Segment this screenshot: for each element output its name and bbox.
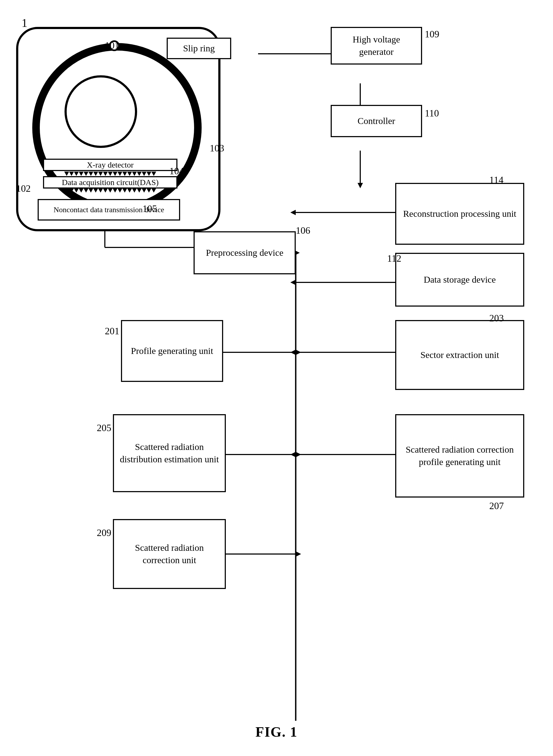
- tooth: [69, 188, 74, 193]
- scattered-radiation-correction-unit-label: Scattered radiation correction unit: [120, 542, 219, 566]
- ref-203: 203: [489, 312, 504, 324]
- tooth: [98, 171, 103, 176]
- tooth: [69, 171, 74, 176]
- tooth: [79, 188, 84, 193]
- svg-marker-11: [290, 280, 296, 285]
- reconstruction-processing-unit-label: Reconstruction processing unit: [403, 208, 516, 220]
- tooth: [151, 188, 156, 193]
- svg-marker-8: [290, 210, 296, 215]
- ref-101: 101: [105, 40, 120, 51]
- ref-201: 201: [105, 325, 120, 337]
- tooth: [122, 188, 127, 193]
- high-voltage-generator-label: High voltage generator: [337, 33, 416, 58]
- tooth: [64, 188, 69, 193]
- svg-marker-26: [296, 452, 301, 457]
- slip-ring-box: Slip ring: [167, 37, 231, 59]
- preprocessing-device-label: Preprocessing device: [206, 247, 283, 259]
- scattered-radiation-correction-profile-generating-unit-label: Scattered radiation correction profile g…: [402, 444, 518, 468]
- ref-106: 106: [296, 225, 310, 236]
- tooth: [127, 171, 132, 176]
- tooth: [98, 188, 103, 193]
- das-bar: Data acquisition circuit(DAS): [43, 176, 177, 188]
- tooth: [142, 188, 147, 193]
- svg-marker-32: [296, 551, 301, 557]
- xray-detector-bar: X-ray detector: [43, 159, 177, 171]
- ref-105: 105: [143, 203, 157, 214]
- data-storage-device-label: Data storage device: [424, 274, 496, 286]
- ref-110: 110: [425, 107, 439, 119]
- inner-bore: [65, 75, 137, 148]
- ref-205: 205: [97, 422, 111, 434]
- tooth: [137, 171, 142, 176]
- data-storage-device-box: Data storage device: [395, 253, 524, 307]
- tooth: [84, 188, 88, 193]
- ref-104: 104: [169, 165, 184, 177]
- ref-207: 207: [489, 500, 504, 512]
- tooth: [79, 171, 84, 176]
- tooth: [103, 188, 108, 193]
- teeth-bottom: [43, 188, 177, 193]
- controller-label: Controller: [358, 115, 395, 127]
- tooth: [74, 171, 79, 176]
- profile-generating-unit-box: Profile generating unit: [121, 320, 223, 382]
- tooth: [132, 171, 137, 176]
- noncontact-bar: Noncontact data transmission device: [37, 199, 180, 221]
- tooth: [117, 188, 122, 193]
- tooth: [151, 171, 156, 176]
- svg-marker-22: [290, 350, 296, 355]
- tooth: [113, 188, 117, 193]
- tooth: [108, 188, 113, 193]
- ref-114: 114: [489, 174, 503, 185]
- tooth: [103, 171, 108, 176]
- reconstruction-processing-unit-box: Reconstruction processing unit: [395, 183, 524, 245]
- tooth: [147, 171, 151, 176]
- tooth: [64, 171, 69, 176]
- tooth: [117, 171, 122, 176]
- sector-extraction-unit-box: Sector extraction unit: [395, 320, 524, 390]
- high-voltage-generator-box: High voltage generator: [331, 27, 422, 65]
- preprocessing-device-box: Preprocessing device: [193, 231, 296, 274]
- tooth: [142, 171, 147, 176]
- ref-112: 112: [387, 253, 401, 264]
- tooth: [108, 171, 113, 176]
- scattered-radiation-distribution-estimation-unit-box: Scattered radiation distribution estimat…: [113, 414, 226, 492]
- ref-103: 103: [210, 143, 224, 154]
- tooth: [88, 188, 93, 193]
- scattered-radiation-correction-unit-box: Scattered radiation correction unit: [113, 519, 226, 589]
- tooth: [84, 171, 88, 176]
- controller-box: Controller: [331, 105, 422, 137]
- svg-marker-6: [358, 183, 363, 188]
- tooth: [127, 188, 132, 193]
- tooth: [147, 188, 151, 193]
- figure-label: FIG. 1: [255, 724, 297, 740]
- sector-extraction-unit-label: Sector extraction unit: [420, 349, 499, 361]
- ref-102: 102: [16, 183, 31, 194]
- teeth-top: [43, 171, 177, 176]
- tooth: [137, 188, 142, 193]
- das-label: Data acquisition circuit(DAS): [62, 178, 159, 187]
- tooth: [93, 188, 98, 193]
- svg-marker-28: [290, 452, 296, 457]
- ref-109: 109: [425, 28, 439, 40]
- svg-marker-20: [296, 350, 301, 355]
- ref-209: 209: [97, 527, 111, 538]
- slip-ring-label: Slip ring: [183, 42, 215, 55]
- tooth: [88, 171, 93, 176]
- tooth: [113, 171, 117, 176]
- tooth: [132, 188, 137, 193]
- tooth: [74, 188, 79, 193]
- tooth: [93, 171, 98, 176]
- scattered-radiation-distribution-estimation-unit-label: Scattered radiation distribution estimat…: [120, 441, 219, 465]
- scattered-radiation-correction-profile-generating-unit-box: Scattered radiation correction profile g…: [395, 414, 524, 498]
- xray-detector-label: X-ray detector: [87, 160, 134, 169]
- profile-generating-unit-label: Profile generating unit: [131, 345, 213, 357]
- tooth: [122, 171, 127, 176]
